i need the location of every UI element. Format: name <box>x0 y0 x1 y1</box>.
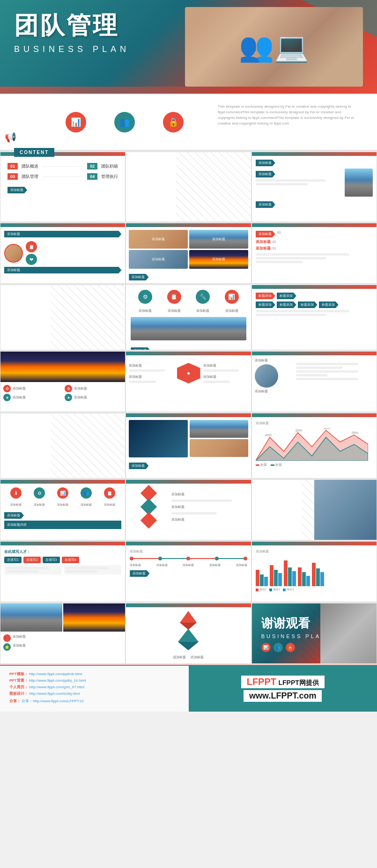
section-03-slide: 03 团队管理 <box>0 413 126 478</box>
menu-item-2: 03 团队管理 04 管理执行 <box>7 173 118 180</box>
section-04-partial: 04 管理执行 <box>251 479 377 540</box>
lock-icon: 🔒 <box>163 112 184 132</box>
thanks-slide: 谢谢观看 BUSINESS PLAN 📊 👥 🔒 <box>251 603 377 664</box>
city-slide: 📍 添加标题 ⭐ 添加标题 <box>0 603 126 664</box>
row-content-3: ⚙ 添加标题 ★ 添加标题 ⚙ 添加标题 ★ 添加标题 <box>0 351 377 412</box>
mountain-svg: 40% 60% 80% 55% <box>256 428 368 461</box>
row-menu-section1: 01 团队概述 02 团队职能 03 团队管理 04 管理执行 添加标题 <box>0 152 377 222</box>
icon-item-people: 👥 <box>114 112 135 132</box>
footer-section: PPT模板： http://www.flppt.com/pptmb.html P… <box>0 665 377 712</box>
svg-text:60%: 60% <box>296 429 302 432</box>
tech-img <box>129 420 187 457</box>
footer-brand: LFPPT LFPPT网提供 www.LFPPT.com <box>189 666 377 712</box>
numbered-items-slide: 添加标题 03 添加标题 02 添加标题 01 <box>251 223 377 284</box>
text-image-slide: 添加标题 添加标题 <box>251 351 377 412</box>
stacked-diamonds-slide: 成加标题 武加标题 <box>126 603 251 664</box>
row-content-5: 在此填写人才： 在填写1 在填写2 在填写3 在填写4 <box>0 541 377 602</box>
icons-small-slide: ⬇ 添加标题 ⚙ 添加标题 📊 添加标题 👥 添加标题 <box>0 479 126 540</box>
img-placeholder-4: 添加标题 <box>189 250 248 269</box>
footer-link-2: PPT背景： http://www.flppt.com/pptbj_14.htm… <box>9 678 179 683</box>
footer-link-4: 图标设计： http://www.flppt.com/tchbj.html <box>9 691 179 696</box>
row-section3: 03 团队管理 添加标题 添加标题 <box>0 413 377 478</box>
city-wide-img <box>131 317 246 340</box>
row-section2: 02 团队职能 ⚙ 添加标题 📋 添加标题 🔧 添加标题 <box>0 285 377 350</box>
menu-item-1: 01 团队概述 02 团队职能 <box>7 163 118 169</box>
city-img-sm <box>190 420 248 438</box>
content-images-slide: 添加标题 <box>126 413 251 478</box>
people-icon: 👥 <box>114 112 135 132</box>
row-content-2: 添加标题 📋 ❤ 添加标题 <box>0 223 377 284</box>
city-image-1 <box>345 169 373 197</box>
description-text: This template is exclusively designed by… <box>218 104 358 126</box>
img-placeholder-2: 添加标题 <box>189 230 248 249</box>
team-img <box>4 244 23 263</box>
icon-item-lock: 🔒 <box>163 112 184 132</box>
icon-item-chart: 📊 <box>66 112 86 132</box>
menu-slide: 01 团队概述 02 团队职能 03 团队管理 04 管理执行 添加标题 <box>0 152 126 222</box>
add-title-badge-1: 添加标题 <box>7 187 27 193</box>
content-badge: CONTENT <box>14 148 54 157</box>
row-content-6: 📍 添加标题 ⭐ 添加标题 <box>0 603 377 664</box>
hero-slide: 团队管理 BUSINESS PLAN 👥💻 <box>0 0 377 94</box>
svg-text:55%: 55% <box>352 431 358 434</box>
hero-title: 团队管理 <box>14 9 130 42</box>
timeline-slide: 添加标题 添加标题 添加标题 添加标题 添加标题 <box>126 541 251 602</box>
diamond-red-2 <box>140 512 157 529</box>
icons-row-slide: ⚙ 添加标题 📋 添加标题 🔧 添加标题 📊 添加标题 <box>126 285 251 350</box>
city-left <box>0 603 62 632</box>
footer-share: 分享： 分享：http://www.flppt.com/LFPPT1S <box>9 699 179 704</box>
hands-img-sm <box>190 439 248 457</box>
speaker-icon: 📢 <box>5 132 16 143</box>
row-content-4: ⬇ 添加标题 ⚙ 添加标题 📊 添加标题 👥 添加标题 <box>0 479 377 540</box>
night-city-wide <box>0 352 125 382</box>
hexagon-slide: 添加标题 添加标题 ● 添加标题 添加标题 <box>126 351 251 412</box>
hexagon-shape: ● <box>177 363 200 383</box>
chart-icon: 📊 <box>66 112 86 132</box>
thanks-img <box>320 603 377 663</box>
mountain-chart-slide: 添加标题 40% 60% 80% 55% 标题 标题 <box>251 413 377 478</box>
img-placeholder-3: 添加标题 <box>129 250 188 269</box>
section-02-slide: 02 团队职能 <box>0 285 126 350</box>
page-container: 团队管理 BUSINESS PLAN 👥💻 📢 📊 👥 🔒 <box>0 0 377 712</box>
bar-chart-slide: 添加标题 <box>251 541 377 602</box>
icons-slide: 📢 📊 👥 🔒 This template is exclusively des… <box>0 95 377 151</box>
round-img <box>255 364 278 388</box>
hero-subtitle: BUSINESS PLAN <box>14 44 130 54</box>
steps-slide: 在此填写人才： 在填写1 在填写2 在填写3 在填写4 <box>0 541 126 602</box>
content-right-1: 添加标题 添加标题 添加标题 <box>251 152 377 222</box>
svg-text:80%: 80% <box>324 428 330 430</box>
diamond-slide: 添加标题 添加标题 添加标题 <box>126 479 251 540</box>
brand-url[interactable]: www.LFPPT.com <box>244 690 322 702</box>
footer-link-3: 个人简历： http://www.flppt.com/grin_67.html <box>9 684 179 690</box>
tags-slide: 标题添加 标题添加 标题添加 标题添加 标题添加 标题添加 <box>251 285 377 350</box>
svg-text:40%: 40% <box>265 434 272 437</box>
city-right <box>63 603 125 632</box>
images-grid-slide: 添加标题 添加标题 添加标题 添加标题 添加标题 <box>126 223 251 284</box>
landscape-slide: ⚙ 添加标题 ★ 添加标题 ⚙ 添加标题 ★ 添加标题 <box>0 351 126 412</box>
section-01-slide: 01 团队概述 <box>126 152 251 222</box>
footer-link-1: PPT模板： http://www.flppt.com/pptmb.html <box>9 671 179 677</box>
img-placeholder-1: 添加标题 <box>129 230 188 249</box>
hero-image: 👥💻 <box>185 7 363 87</box>
circles-slide: 添加标题 📋 ❤ 添加标题 <box>0 223 126 284</box>
brand-text: LFPPT LFPPT网提供 <box>241 676 325 688</box>
